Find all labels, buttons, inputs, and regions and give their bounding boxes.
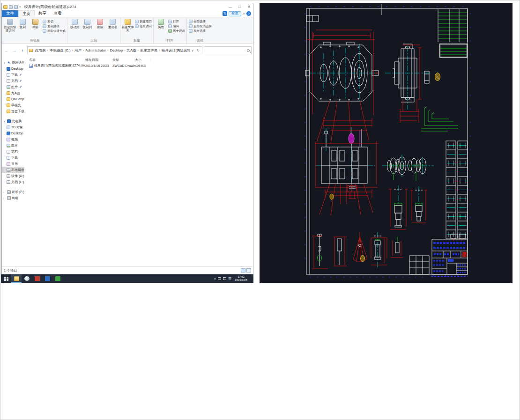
file-row[interactable]: 模具设计(两级齿轮减速器)1274.dwg 2010/1/15 23:23 ZW… (24, 63, 253, 68)
app-folder-icon (3, 5, 7, 9)
tab-file[interactable]: 文件 (2, 10, 18, 17)
breadcrumb-segment[interactable]: 本地磁盘 (C:) (49, 48, 72, 53)
qat-new-folder-icon[interactable] (14, 5, 18, 9)
qat-properties-icon[interactable] (9, 5, 13, 9)
desktop-screenshot: ▾ 模具设计(两级齿轮减速器)1274 — □ ✕ 文件 主页 共享 查看 ⇅ … (0, 0, 520, 420)
front-view-dimensions (306, 30, 379, 143)
ime-indicator[interactable]: 英 (228, 276, 231, 281)
ribbon-button-small[interactable]: 反向选择 (189, 29, 212, 33)
breadcrumb-segment[interactable]: 新建文件夹 (139, 48, 159, 53)
chevron-right-icon[interactable]: › (3, 197, 6, 199)
ribbon-button[interactable]: 复制 (16, 18, 29, 32)
ribbon-button-small[interactable]: 新建项目 (135, 20, 152, 24)
qat-customize-icon[interactable]: ▾ (19, 5, 21, 9)
sidebar-section-this-pc[interactable]: ∨ 此电脑 (2, 118, 24, 124)
maximize-button[interactable]: □ (236, 4, 244, 10)
refresh-icon[interactable]: ↻ (195, 49, 201, 52)
ribbon-button-small[interactable]: 打开 (168, 20, 185, 24)
ribbon-button-small[interactable]: 剪切 (43, 20, 66, 24)
address-bar[interactable]: 此电脑› 本地磁盘 (C:)› 用户› Administrator› Deskt… (27, 46, 202, 54)
ribbon-button[interactable]: 粘贴 (29, 18, 42, 32)
file-list-empty-area[interactable] (24, 68, 253, 266)
sidebar-item[interactable]: Desktop (2, 66, 24, 72)
ribbon-button[interactable]: 重命名 (106, 18, 119, 29)
thumbnails-view-icon[interactable] (246, 268, 251, 273)
sidebar-item[interactable]: › 娱乐 (F:) (2, 189, 24, 195)
taskbar-clock[interactable]: 17:52 2021/3/25 (233, 275, 249, 282)
taskbar-app-button[interactable] (52, 274, 63, 283)
tray-volume-icon[interactable] (223, 277, 226, 280)
ribbon-tab[interactable]: 查看 (50, 10, 66, 17)
cloud-login-button[interactable]: 登录 (229, 11, 241, 16)
ribbon-button[interactable]: 删除 (94, 18, 106, 29)
minimize-button[interactable]: — (226, 4, 234, 10)
ribbon-button-small[interactable]: 粘贴快捷方式 (43, 29, 66, 33)
sidebar-item[interactable]: 文档 (2, 148, 24, 155)
start-button[interactable] (1, 274, 11, 283)
breadcrumb-segment[interactable]: Desktop (109, 48, 124, 52)
sidebar-item[interactable]: 软件 (D:) (2, 173, 24, 179)
items-count: 1 个项目 (4, 268, 17, 273)
sidebar-item[interactable]: 视频 (2, 136, 24, 142)
back-button[interactable]: ← (3, 47, 10, 54)
copy-path-icon (43, 24, 46, 28)
up-button[interactable]: ↑ (19, 47, 26, 54)
sidebar-item[interactable]: 图片 (2, 84, 24, 90)
ribbon-button[interactable]: 属性 (155, 18, 167, 29)
ribbon-button-small[interactable]: 轻松访问 (135, 24, 152, 29)
sidebar-item[interactable]: QMScript (2, 96, 24, 102)
dwg-file-icon (29, 64, 33, 68)
sidebar-item[interactable]: 下载 (2, 72, 24, 78)
breadcrumb-segment[interactable]: Administrator (84, 48, 107, 52)
ribbon-button-small[interactable]: 复制路径 (43, 24, 66, 29)
column-header[interactable]: 名称 (29, 58, 85, 62)
sidebar-item[interactable]: 文档 (E:) (2, 179, 24, 185)
taskbar-app-button[interactable] (22, 274, 32, 283)
ribbon-button-small[interactable]: 历史记录 (168, 29, 185, 33)
ribbon-button-small[interactable]: 全部选择 (189, 20, 212, 24)
collapse-ribbon-icon[interactable]: ∧ (243, 12, 245, 15)
breadcrumb-segment[interactable]: 此电脑 (34, 48, 47, 53)
breadcrumb-segment[interactable]: 用户 (74, 48, 82, 53)
sidebar-section-quick-access[interactable]: ∨ ★ 快速访问 (2, 59, 24, 66)
close-button[interactable]: ✕ (245, 4, 253, 10)
ribbon-button[interactable]: 移动到 (68, 18, 81, 29)
sidebar-item[interactable]: 字模先 (2, 102, 24, 108)
breadcrumb-segment[interactable]: 九A图 (126, 48, 137, 53)
sidebar-item[interactable]: 本地磁盘 (C:) (2, 167, 24, 173)
ribbon-button-small[interactable]: 全部取消选择 (189, 24, 212, 29)
sidebar-item[interactable]: 图片 (2, 142, 24, 148)
chevron-right-icon[interactable]: › (3, 191, 6, 193)
ribbon-button-small[interactable]: 编辑 (168, 24, 185, 29)
taskbar-app-button[interactable] (42, 274, 52, 283)
sidebar-item[interactable]: 文档 (2, 78, 24, 84)
sidebar-item[interactable]: 迅雷下载 (2, 108, 24, 114)
taskbar-app-button[interactable] (11, 274, 22, 283)
column-header[interactable]: 大小 (135, 58, 151, 62)
chevron-down-icon[interactable]: ∨ (3, 119, 6, 123)
chevron-down-icon[interactable]: ∨ (3, 61, 6, 64)
sidebar-item[interactable]: 九A图 (2, 90, 24, 96)
help-icon[interactable]: ? (246, 11, 251, 16)
sidebar-item[interactable]: 下载 (2, 155, 24, 161)
sidebar-item[interactable]: Desktop (2, 130, 24, 136)
taskbar-app-button[interactable] (32, 274, 42, 283)
forward-button[interactable]: → (11, 47, 18, 54)
sidebar-item[interactable]: 3D 对象 (2, 124, 24, 130)
details-view-icon[interactable] (241, 268, 245, 273)
sidebar-item[interactable]: › 网络 (2, 195, 24, 201)
column-headers: 名称修改日期类型大小 (24, 57, 253, 63)
address-dropdown-icon[interactable]: ∨ (190, 49, 195, 52)
ribbon-tab[interactable]: 主页 (18, 10, 35, 17)
ribbon-button[interactable]: 复制到 (81, 18, 94, 29)
tray-network-icon[interactable] (218, 277, 221, 280)
ribbon-button[interactable]: 固定到快速访问 (4, 18, 16, 32)
ribbon-button[interactable]: 新建文件夹 (121, 18, 134, 32)
breadcrumb-segment[interactable]: 模具设计(两级齿轮减速器)1274 (161, 48, 190, 53)
column-header[interactable]: 修改日期 (85, 58, 112, 62)
hidden-icons-chevron[interactable]: ∧ (214, 277, 216, 280)
search-input[interactable] (204, 46, 252, 54)
sidebar-item[interactable]: 音乐 (2, 161, 24, 167)
ribbon-tab[interactable]: 共享 (35, 10, 50, 17)
column-header[interactable]: 类型 (112, 58, 135, 62)
